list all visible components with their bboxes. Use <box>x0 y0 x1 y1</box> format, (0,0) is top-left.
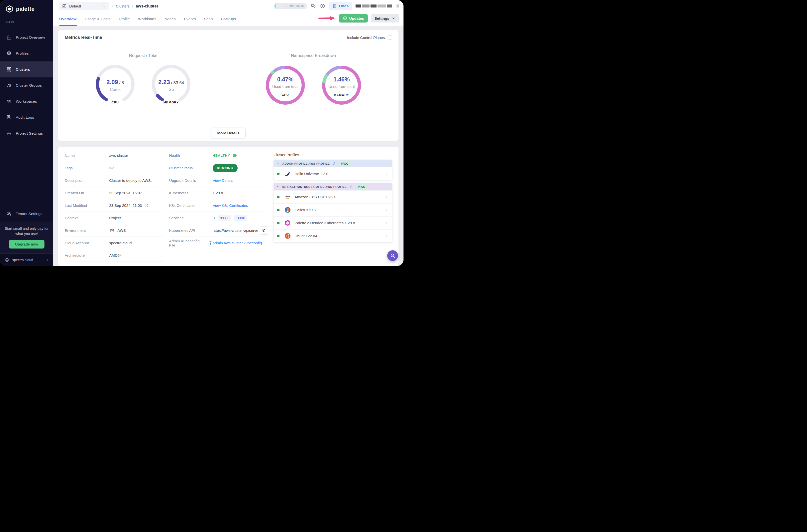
detail-label: Kubernetes API <box>169 228 213 232</box>
profile-group-header[interactable]: ADDON PROFILE AWS-PROFILE PROJ <box>274 160 392 167</box>
detail-value: n/a <box>109 166 114 170</box>
orbit-icon <box>6 99 12 104</box>
chevron-right-icon <box>385 234 389 238</box>
profile-name: Hello Universe 1.2.0 <box>295 172 328 176</box>
sidebar-item-profiles[interactable]: Profiles <box>0 45 53 61</box>
chat-button[interactable] <box>311 3 316 9</box>
tab-workloads[interactable]: Workloads <box>138 12 156 26</box>
gauge-label: MEMORY <box>150 101 192 104</box>
info-icon[interactable] <box>144 203 148 208</box>
book-icon <box>332 4 337 8</box>
gauge-cpu: 2.09 / 8 Cores CPU <box>94 64 136 108</box>
sidebar-item-workspaces[interactable]: Workspaces <box>0 93 53 109</box>
tab-nodes[interactable]: Nodes <box>164 12 176 26</box>
breadcrumb-aws-cluster: aws-cluster <box>136 4 158 8</box>
detail-value: ui <box>213 216 215 220</box>
detail-label: Admin Kubeconfig File <box>169 239 213 247</box>
donut-caption: Used from total <box>322 84 361 89</box>
sidebar-item-cluster-groups[interactable]: Cluster Groups <box>0 77 53 93</box>
redacted-user-name <box>356 4 399 8</box>
upgrade-now-button[interactable]: Upgrade now <box>9 240 45 248</box>
sidebar-item-tenant-settings[interactable]: Tenant Settings <box>0 206 53 222</box>
breadcrumb: /Clusters/aws-cluster <box>112 4 158 8</box>
include-control-planes-checkbox[interactable] <box>388 36 392 40</box>
updates-button[interactable]: Updates <box>339 14 368 22</box>
tab-events[interactable]: Events <box>184 12 195 26</box>
chevron-down-icon <box>392 17 395 20</box>
detail-row-health: HealthHEALTHY <box>169 149 268 162</box>
sidebar-item-audit-logs[interactable]: Audit Logs <box>0 109 53 126</box>
sidebar-item-label: Workspaces <box>16 99 37 104</box>
detail-label: Context <box>65 216 109 220</box>
profile-group-header[interactable]: INFRASTRUCTURE PROFILE AWS-PROFILE PROJ <box>274 183 392 190</box>
tab-profile[interactable]: Profile <box>119 12 130 26</box>
kubernetes-api-url: https://aws-cluster-apiserve... <box>213 228 258 232</box>
tab-scan[interactable]: Scan <box>204 12 213 26</box>
explore-button[interactable] <box>320 3 325 9</box>
detail-label: Last Modified <box>65 203 109 208</box>
view-k8s-certificates-link[interactable]: View K8s Certificates <box>213 203 248 208</box>
link-icon[interactable] <box>349 185 353 189</box>
tab-usage-costs[interactable]: Usage & Costs <box>85 12 110 26</box>
breadcrumb-separator: / <box>112 4 113 8</box>
cluster-details-panel: Nameaws-clusterTagsn/aDescriptionCluster… <box>58 147 398 266</box>
status-dot <box>277 235 280 237</box>
docs-button[interactable]: Docs <box>329 2 352 10</box>
profile-row-amazon-ebs-csi-1-26-1[interactable]: aws Amazon EBS CSI 1.26.1 <box>274 190 392 203</box>
details-column-middle: HealthHEALTHYCluster StatusRUNNINGUpgrad… <box>169 149 268 266</box>
gauge-total: / 33.64 <box>171 80 184 85</box>
detail-row-cloud-account: Cloud Accountspectro-cloud <box>65 237 164 249</box>
request-total-section: Request / Total 2.09 / 8 Cores CPU 2.23 … <box>58 45 228 125</box>
project-selector[interactable]: Default <box>59 2 109 10</box>
sidebar-item-project-settings[interactable]: Project Settings <box>0 126 53 141</box>
profile-row-hello-universe-1-2-0[interactable]: Hello Universe 1.2.0 <box>274 167 392 180</box>
gauge-unit: Cores <box>94 88 136 92</box>
details-column-left: Nameaws-clusterTagsn/aDescriptionCluster… <box>65 149 164 266</box>
cluster-tabs-row: OverviewUsage & CostsProfileWorkloadsNod… <box>53 12 404 26</box>
profile-row-ubuntu-22-04[interactable]: Ubuntu 22.04 <box>274 229 392 242</box>
docs-label: Docs <box>339 4 349 8</box>
svg-text:aws: aws <box>285 195 290 197</box>
donut-value: 0.47% <box>266 76 305 83</box>
profile-row-calico-3-27-2[interactable]: Calico 3.27.2 <box>274 203 392 216</box>
search-fab-button[interactable] <box>387 250 398 261</box>
profile-row-palette-extended-kubernetes-1-29-8[interactable]: Palette eXtended Kubernetes 1.29.8 <box>274 216 392 229</box>
palette-logo-icon <box>5 5 14 13</box>
detail-row-environment: EnvironmentawsAWS <box>65 224 164 237</box>
copy-button[interactable] <box>260 226 268 234</box>
detail-row-kubernetes-api: Kubernetes APIhttps://aws-cluster-apiser… <box>169 224 268 237</box>
metrics-panel-header: Metrics Real-Time Include Control Planes <box>58 30 398 45</box>
tab-overview[interactable]: Overview <box>59 12 76 26</box>
brand-logo: palette <box>0 0 53 13</box>
info-icon[interactable] <box>208 241 213 245</box>
tab-backups[interactable]: Backups <box>221 12 236 26</box>
usage-meter: 1.29/100kCh <box>274 3 307 9</box>
sidebar-collapse-button[interactable] <box>45 258 49 262</box>
settings-button[interactable]: Settings <box>371 14 399 22</box>
tools-icon <box>6 211 12 216</box>
service-port-link[interactable]: :8080 <box>218 215 231 221</box>
detail-label: K8s Certificates <box>169 203 213 208</box>
admin-aws-cluster-kubeconfig-link[interactable]: admin.aws-cluster.kubeconfig <box>213 241 262 245</box>
service-port-link[interactable]: :3000 <box>234 215 247 221</box>
sidebar-item-label: Tenant Settings <box>16 212 42 216</box>
link-icon[interactable] <box>332 162 336 165</box>
cluster-profiles-heading: Cluster Profiles <box>274 153 392 157</box>
sidebar-menu: Project OverviewProfilesClustersCluster … <box>0 30 53 141</box>
more-details-row: More Details <box>58 125 398 141</box>
view-details-link[interactable]: View Details <box>213 178 233 183</box>
detail-label: Environment <box>65 228 109 232</box>
hello-universe-icon <box>284 170 291 177</box>
more-details-button[interactable]: More Details <box>211 128 245 138</box>
sidebar-item-project-overview[interactable]: Project Overview <box>0 30 53 45</box>
gauge-total: / 8 <box>119 80 124 85</box>
chat-icon <box>311 3 316 9</box>
sidebar-item-clusters[interactable]: Clusters <box>0 61 53 77</box>
chevron-right-icon <box>385 172 389 176</box>
topbar-right: 1.29/100kCh Docs <box>274 2 399 10</box>
scope-badge: PROJ <box>355 184 368 189</box>
breadcrumb-clusters[interactable]: Clusters <box>116 4 129 8</box>
detail-row-created-on: Created On23 Sep 2024, 16:07 <box>65 187 164 199</box>
sidebar-item-label: Audit Logs <box>16 115 34 120</box>
promo-text: Start small and only pay for what you us… <box>4 226 49 236</box>
